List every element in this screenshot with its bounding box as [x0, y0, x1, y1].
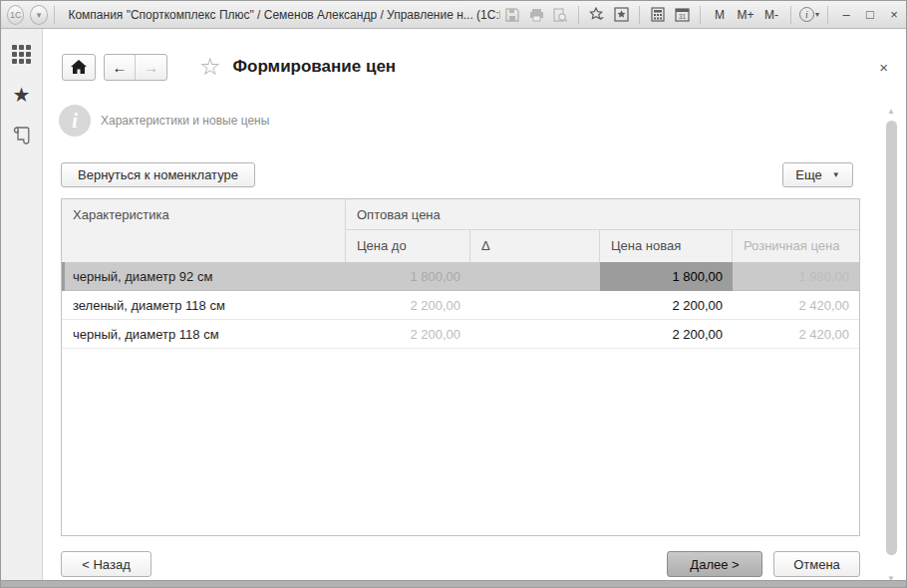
info-bubble-icon: i [59, 105, 91, 137]
prices-table: Характеристика Оптовая цена Цена до Δ Це… [61, 198, 860, 536]
chevron-down-icon: ▼ [832, 170, 840, 179]
more-button[interactable]: Еще▼ [782, 162, 853, 187]
cell-characteristic[interactable]: зеленый, диаметр 118 см [62, 291, 346, 320]
column-header-price-new[interactable]: Цена новая [600, 230, 733, 262]
close-form-button[interactable]: × [879, 59, 888, 76]
vertical-scrollbar[interactable]: ▲ ▼ [885, 107, 899, 583]
column-header-price-before[interactable]: Цена до [346, 230, 470, 262]
cell-retail-price[interactable]: 2 420,00 [733, 320, 859, 349]
scrollbar-thumb[interactable] [886, 121, 897, 555]
cell-price-new[interactable]: 2 200,00 [600, 320, 733, 349]
svg-text:31: 31 [678, 13, 686, 20]
favorites-star-icon[interactable]: ★ [13, 86, 31, 104]
scroll-up-icon[interactable]: ▲ [887, 107, 895, 116]
cell-delta[interactable] [470, 320, 600, 349]
memory-recall-button[interactable]: M [708, 5, 732, 25]
print-icon[interactable] [525, 5, 547, 25]
main-menu-dropdown-icon[interactable]: ▾ [30, 5, 47, 25]
divider [700, 6, 701, 24]
cell-price-before[interactable]: 2 200,00 [346, 320, 470, 349]
column-group-wholesale-price[interactable]: Оптовая цена [346, 199, 859, 230]
favorites-icon[interactable] [610, 5, 632, 25]
divider [639, 6, 640, 24]
wizard-cancel-button[interactable]: Отмена [773, 551, 860, 577]
cell-delta[interactable] [470, 291, 600, 320]
history-icon[interactable] [13, 126, 31, 146]
cell-price-new[interactable]: 2 200,00 [600, 291, 733, 320]
titlebar: 1С ▾ Компания "Спорткомплекс Плюс" / Сем… [1, 1, 906, 29]
wizard-next-button[interactable]: Далее > [667, 551, 762, 577]
cell-delta[interactable] [470, 262, 600, 291]
window-title: Компания "Спорткомплекс Плюс" / Семенов … [68, 8, 500, 22]
back-nav-button[interactable]: ← [105, 55, 136, 80]
return-to-nomenclature-button[interactable]: Вернуться к номенклатуре [61, 162, 255, 187]
titlebar-toolbar: 31 M M+ M- i▾ – □ × [500, 5, 906, 25]
memory-subtract-button[interactable]: M- [759, 5, 783, 25]
column-header-delta[interactable]: Δ [470, 230, 600, 262]
divider [790, 6, 791, 24]
memory-add-button[interactable]: M+ [734, 5, 757, 25]
history-nav-group: ← → [104, 54, 167, 81]
cell-characteristic[interactable]: черный, диаметр 92 см [62, 262, 346, 291]
divider [578, 6, 579, 24]
form-subtitle: Характеристики и новые цены [101, 114, 269, 128]
table-row[interactable]: черный, диаметр 118 см 2 200,00 2 200,00… [62, 320, 859, 349]
forward-nav-button[interactable]: → [136, 55, 166, 80]
window-bottom-edge [1, 580, 906, 587]
app-window: 1С ▾ Компания "Спорткомплекс Плюс" / Сем… [0, 0, 907, 588]
divider [54, 6, 55, 24]
divider [827, 6, 828, 24]
column-header-characteristic[interactable]: Характеристика [62, 199, 346, 262]
close-window-button[interactable]: × [882, 5, 906, 25]
home-button[interactable] [62, 54, 96, 81]
cell-retail-price[interactable]: 2 420,00 [733, 291, 859, 320]
minimize-button[interactable]: – [834, 5, 858, 25]
table-row[interactable]: черный, диаметр 92 см 1 800,00 1 800,00 … [62, 262, 859, 291]
cell-price-new-focused[interactable]: 1 800,00 [600, 262, 733, 291]
cell-retail-price[interactable]: 1 980,00 [733, 262, 859, 291]
app-logo-icon[interactable]: 1С [7, 5, 24, 25]
maximize-button[interactable]: □ [858, 5, 882, 25]
nav-row: ← → ☆ Формирование цен [62, 53, 396, 81]
tool-panel: ★ [1, 29, 43, 582]
cell-characteristic[interactable]: черный, диаметр 118 см [62, 320, 346, 349]
menu-grid-icon[interactable] [12, 45, 31, 64]
calendar-icon[interactable]: 31 [671, 5, 693, 25]
wizard-back-button[interactable]: < Назад [61, 551, 151, 577]
info-icon[interactable]: i▾ [798, 5, 820, 25]
info-row: i Характеристики и новые цены [59, 105, 269, 137]
page-title: Формирование цен [233, 57, 397, 77]
cell-price-before[interactable]: 1 800,00 [346, 262, 470, 291]
column-header-retail-price[interactable]: Розничная цена [733, 230, 859, 262]
save-icon[interactable] [501, 5, 523, 25]
command-bar: Вернуться к номенклатуре Еще▼ [61, 162, 860, 188]
form-area: ← → ☆ Формирование цен × i Характеристик… [44, 29, 907, 582]
table-row[interactable]: зеленый, диаметр 118 см 2 200,00 2 200,0… [62, 291, 859, 320]
calculator-icon[interactable] [647, 5, 669, 25]
print-preview-icon[interactable] [549, 5, 571, 25]
add-favorite-icon[interactable] [586, 5, 608, 25]
favorite-toggle-icon[interactable]: ☆ [199, 53, 221, 81]
cell-price-before[interactable]: 2 200,00 [346, 291, 470, 320]
